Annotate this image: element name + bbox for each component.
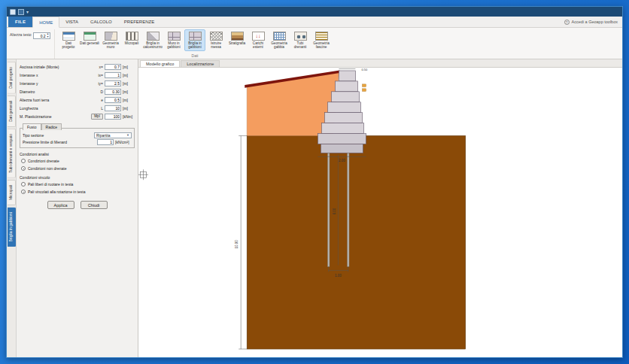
wall-geometry-icon [105,32,117,41]
tab-preferenze[interactable]: PREFERENZE [118,17,160,27]
interasse-x-input[interactable] [105,72,121,78]
side-tab-dati-generali[interactable]: Dati generali [8,96,16,127]
mesh-icon [210,32,223,41]
field-row: Ascissa iniziale (Monte) x= [m] [20,63,135,70]
field-row: Lunghezza L [m] [20,105,135,111]
field-row: Interasse y iy= [m] [20,80,135,86]
tab-calcolo[interactable]: CALCOLO [84,17,118,27]
field-row: Diametro D [m] [20,88,135,95]
ribbon-button-geometria-muro[interactable]: Geometria muro [100,29,121,51]
geoapp-link-label: Accedi a Geoapp toolbox [572,20,618,24]
chevron-down-icon: ▼ [126,133,129,137]
titlebar: ▾ [7,7,622,17]
radio-icon [21,190,26,194]
chiudi-button[interactable]: Chiudi [81,201,108,209]
diametro-input[interactable] [105,89,121,95]
geoapp-link[interactable]: ? Accedi a Geoapp toolbox [564,17,622,27]
base-slab [318,134,366,144]
side-tab-briglia-gabbioni[interactable]: Briglia in gabbioni [8,207,16,247]
text-height-spinner[interactable]: ▲▼ [46,33,50,38]
micropiles-icon [126,32,138,41]
dim-base-width: 2.00 [339,159,345,162]
quick-access-caret-icon[interactable]: ▾ [26,10,29,14]
geoapp-icon: ? [564,20,570,25]
gabion-wall-icon [168,32,181,41]
ribbon-button-geometria-fascine[interactable]: Geometria fascine [311,29,332,51]
app-icon [10,9,16,15]
tab-home[interactable]: HOME [32,17,59,28]
ribbon-button-istruire-messa[interactable]: Istruire messa [205,29,226,51]
text-height-label: Altezza testo [10,32,32,37]
ribbon: Altezza testo ▲▼ Dati progetto Dati gene… [7,28,622,59]
stratigraphy-icon [231,32,244,41]
interasse-y-input[interactable] [105,80,121,86]
general-data-icon [84,32,96,41]
ribbon-button-micropali[interactable]: Micropali [121,29,142,47]
side-tab-micropali[interactable]: Micropali [8,180,16,205]
cage-geometry-icon [273,32,286,41]
applica-button[interactable]: Applica [47,201,74,209]
drain-pipes-icon [294,32,307,41]
ribbon-group-label: Dati [58,53,332,59]
radio-non-drenate[interactable]: Condizioni non drenate [20,165,135,171]
altezza-fuori-terra-input[interactable] [105,97,121,103]
tab-fusto[interactable]: Fusto [23,123,41,130]
tab-modello-grafico[interactable]: Modello grafico [140,60,180,67]
external-loads-icon [252,32,265,41]
field-row: Altezza fuori terra e [m] [20,96,135,103]
dim-total-height: 10.90 [235,240,239,249]
soil-body [247,136,465,350]
origin-crosshair-icon [138,169,148,180]
radio-icon [21,166,26,171]
app-window: ▾ FILE HOME VISTA CALCOLO PREFERENZE ? A… [6,6,623,358]
dim-top-width: 0.50 [361,68,368,71]
ribbon-button-briglia-calcestruzzo[interactable]: Briglia in calcestruzzo [142,29,163,51]
dim-pile-length: 6.00 [333,208,336,214]
tab-localizzazione[interactable]: Localizzazione [181,60,220,67]
plastic-moment-input[interactable] [105,114,121,120]
ribbon-tab-bar: FILE HOME VISTA CALCOLO PREFERENZE ? Acc… [7,17,622,28]
ribbon-button-carichi-esterni[interactable]: Carichi esterni [248,29,269,51]
dim-pile-spacing: 1.00 [335,274,342,278]
tipo-sezione-select[interactable]: Ripartita ▼ [94,132,132,138]
analysis-conditions-title: Condizioni analisi [20,152,135,156]
foundation-block [321,144,363,153]
side-tab-tubi-drenanti[interactable]: Tubi drenanti e vespaio [8,129,16,178]
pile-section-box: Fusto Radice Tipo sezione Ripartita ▼ Pr… [20,128,135,148]
tab-file[interactable]: FILE [8,17,32,27]
fascine-geometry-icon [315,32,328,41]
side-tab-dati-progetto[interactable]: Dati progetto [8,62,16,94]
radio-icon [21,159,26,163]
side-tab-strip: Dati progetto Dati generali Tubi drenant… [7,59,17,357]
properties-panel: Ascissa iniziale (Monte) x= [m] Interass… [17,59,138,357]
field-row: Interasse x ix= [m] [20,71,135,78]
ribbon-button-geometria-gabbia[interactable]: Geometria gabbia [269,29,290,51]
mpl-button[interactable]: Mpl [91,114,103,120]
ribbon-button-stratigrafia[interactable]: Stratigrafia [226,29,248,47]
radio-pali-vincolati[interactable]: Pali vincolati alla rotazione in testa [20,189,135,195]
ribbon-group-dati: Dati progetto Dati generali Geometria mu… [58,29,332,59]
ascissa-iniziale-input[interactable] [105,64,121,70]
ribbon-button-dati-generali[interactable]: Dati generali [79,29,100,47]
concrete-weir-icon [147,32,160,41]
pressione-limite-input[interactable] [97,139,114,145]
load-marker [362,84,366,92]
lunghezza-input[interactable] [105,105,121,111]
drawing-viewport[interactable]: 10.90 0.50 2.00 6.00 1.00 [138,68,622,357]
ribbon-button-briglia-gabbioni[interactable]: Briglia in gabbioni [184,29,205,51]
plastic-moment-row: M. Plasticizzazione Mpl [kNm] [20,113,135,120]
text-height-input[interactable] [34,33,46,38]
tab-vista[interactable]: VISTA [59,17,84,27]
radio-pali-liberi[interactable]: Pali liberi di ruotare in testa [20,181,135,187]
project-data-icon [62,32,75,41]
ribbon-button-tubi-drenanti[interactable]: Tubi drenanti [290,29,311,51]
model-drawing: 10.90 0.50 2.00 6.00 1.00 [138,68,622,357]
ribbon-button-dati-progetto[interactable]: Dati progetto [58,29,79,51]
gabion-weir-icon [189,32,202,41]
view-tab-bar: Modello grafico Localizzazione [138,59,622,68]
tab-radice[interactable]: Radice [41,123,62,130]
radio-drenate[interactable]: Condizioni drenate [20,158,135,164]
constraint-conditions-title: Condizioni vincolo [20,175,135,180]
save-icon[interactable] [18,9,24,15]
ribbon-button-muro-gabbioni[interactable]: Muro in gabbioni [163,29,184,51]
